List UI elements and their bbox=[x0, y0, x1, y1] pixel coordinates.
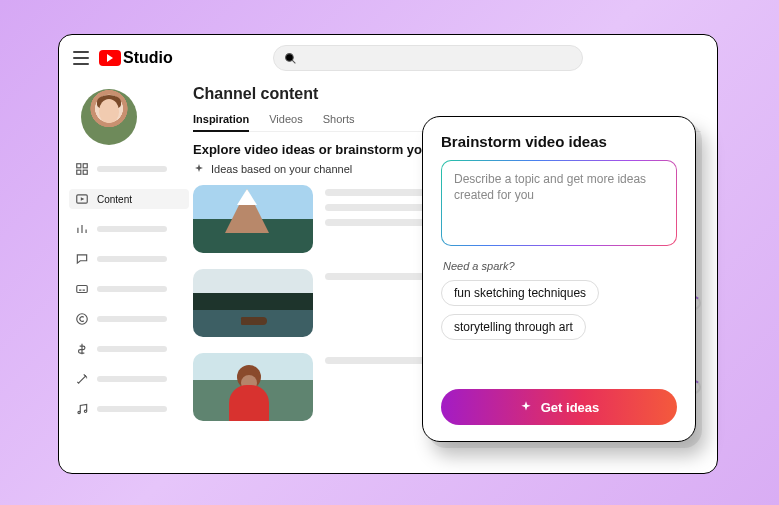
studio-logo[interactable]: Studio bbox=[99, 49, 173, 67]
subtitles-icon bbox=[75, 282, 89, 296]
sidebar-label-placeholder bbox=[97, 316, 167, 322]
logo-text: Studio bbox=[123, 49, 173, 67]
search-icon bbox=[284, 52, 297, 65]
sparkle-icon bbox=[519, 400, 533, 414]
suggestion-chip[interactable]: fun sketching techniques bbox=[441, 280, 599, 306]
customize-icon bbox=[75, 372, 89, 386]
get-ideas-label: Get ideas bbox=[541, 400, 600, 415]
earn-icon bbox=[75, 342, 89, 356]
sidebar-label-placeholder bbox=[97, 256, 167, 262]
sidebar-item-earn[interactable] bbox=[69, 339, 189, 359]
sidebar-label-placeholder bbox=[97, 346, 167, 352]
analytics-icon bbox=[75, 222, 89, 236]
sparkle-icon bbox=[193, 163, 205, 175]
svg-point-16 bbox=[86, 377, 87, 378]
topic-input-placeholder: Describe a topic and get more ideas crea… bbox=[454, 172, 646, 202]
sidebar: Content bbox=[59, 81, 189, 473]
tab-inspiration[interactable]: Inspiration bbox=[193, 113, 249, 131]
brainstorm-panel: Brainstorm video ideas Describe a topic … bbox=[422, 116, 696, 442]
video-thumbnail bbox=[193, 185, 313, 253]
svg-rect-5 bbox=[83, 170, 87, 174]
audio-library-icon bbox=[75, 402, 89, 416]
sidebar-label-placeholder bbox=[97, 286, 167, 292]
svg-rect-3 bbox=[83, 164, 87, 168]
svg-marker-7 bbox=[81, 197, 85, 201]
suggestion-chip[interactable]: storytelling through art bbox=[441, 314, 586, 340]
sidebar-item-copyright[interactable] bbox=[69, 309, 189, 329]
sidebar-label-placeholder bbox=[97, 376, 167, 382]
sidebar-label-placeholder bbox=[97, 226, 167, 232]
svg-rect-4 bbox=[77, 170, 81, 174]
sidebar-item-content[interactable]: Content bbox=[69, 189, 189, 209]
svg-point-14 bbox=[77, 314, 88, 325]
sidebar-item-dashboard[interactable] bbox=[69, 159, 189, 179]
sidebar-item-customize[interactable] bbox=[69, 369, 189, 389]
content-icon bbox=[75, 192, 89, 206]
dashboard-icon bbox=[75, 162, 89, 176]
brainstorm-title: Brainstorm video ideas bbox=[441, 133, 677, 150]
svg-line-1 bbox=[292, 60, 295, 63]
tab-videos[interactable]: Videos bbox=[269, 113, 302, 131]
sidebar-item-comments[interactable] bbox=[69, 249, 189, 269]
svg-point-0 bbox=[285, 53, 293, 61]
svg-rect-2 bbox=[77, 164, 81, 168]
copyright-icon bbox=[75, 312, 89, 326]
sidebar-item-analytics[interactable] bbox=[69, 219, 189, 239]
get-ideas-button[interactable]: Get ideas bbox=[441, 389, 677, 425]
topic-input[interactable]: Describe a topic and get more ideas crea… bbox=[441, 160, 677, 246]
comments-icon bbox=[75, 252, 89, 266]
page-title: Channel content bbox=[193, 85, 701, 103]
search-input[interactable] bbox=[273, 45, 583, 71]
tab-shorts[interactable]: Shorts bbox=[323, 113, 355, 131]
svg-point-15 bbox=[85, 375, 86, 376]
header: Studio bbox=[59, 35, 717, 81]
hamburger-menu-icon[interactable] bbox=[73, 51, 89, 65]
channel-avatar[interactable] bbox=[81, 89, 137, 145]
youtube-play-icon bbox=[99, 50, 121, 66]
video-thumbnail bbox=[193, 269, 313, 337]
sidebar-item-subtitles[interactable] bbox=[69, 279, 189, 299]
video-thumbnail bbox=[193, 353, 313, 421]
ideas-subline-text: Ideas based on your channel bbox=[211, 163, 352, 175]
sidebar-item-audio[interactable] bbox=[69, 399, 189, 419]
svg-point-18 bbox=[84, 410, 86, 412]
sidebar-item-label: Content bbox=[97, 194, 132, 205]
svg-point-17 bbox=[78, 411, 80, 413]
svg-rect-11 bbox=[77, 286, 88, 293]
spark-prompt: Need a spark? bbox=[443, 260, 677, 272]
sidebar-label-placeholder bbox=[97, 406, 167, 412]
sidebar-label-placeholder bbox=[97, 166, 167, 172]
